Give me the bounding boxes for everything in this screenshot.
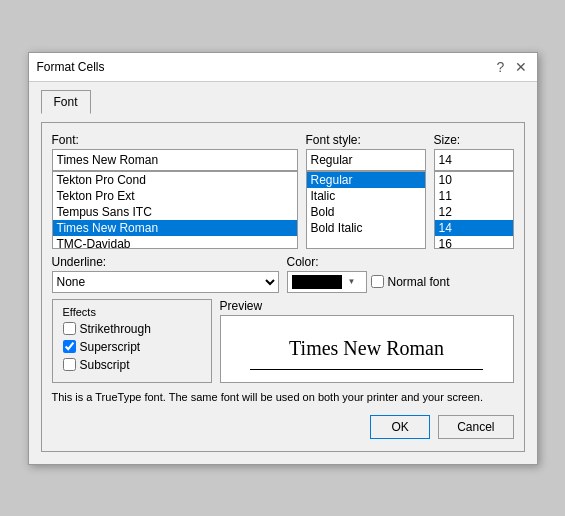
list-item[interactable]: Tekton Pro Ext [53,188,297,204]
subscript-checkbox[interactable] [63,358,76,371]
size-column: Size: 10 11 12 14 16 18 [434,133,514,249]
list-item-selected[interactable]: 14 [435,220,513,236]
normal-font-label: Normal font [388,275,450,289]
underline-label: Underline: [52,255,279,269]
font-column: Font: Tekton Pro Cond Tekton Pro Ext Tem… [52,133,298,249]
superscript-label: Superscript [80,340,141,354]
color-dropdown-arrow-icon: ▼ [346,275,358,288]
strikethrough-checkbox[interactable] [63,322,76,335]
help-button[interactable]: ? [493,59,509,75]
list-item[interactable]: TMC-Davidab [53,236,297,249]
underline-color-row: Underline: None Single Double Single Acc… [52,255,514,293]
underline-dropdown[interactable]: None Single Double Single Accounting Dou… [52,271,279,293]
preview-underline-line [250,369,484,370]
subscript-row: Subscript [63,358,201,372]
list-item[interactable]: Bold Italic [307,220,425,236]
underline-column: Underline: None Single Double Single Acc… [52,255,279,293]
effects-section: Effects Strikethrough Superscript Subscr… [52,299,212,383]
dialog-title: Format Cells [37,60,105,74]
preview-box: Times New Roman [220,315,514,383]
tab-font[interactable]: Font [41,90,91,114]
size-label: Size: [434,133,514,147]
tab-content-font: Font: Tekton Pro Cond Tekton Pro Ext Tem… [41,122,525,452]
font-list[interactable]: Tekton Pro Cond Tekton Pro Ext Tempus Sa… [52,171,298,249]
superscript-checkbox[interactable] [63,340,76,353]
dialog-body: Font Font: Tekton Pro Cond Tekton Pro Ex… [29,82,537,464]
tab-bar: Font [41,90,525,114]
cancel-button[interactable]: Cancel [438,415,513,439]
format-cells-dialog: Format Cells ? ✕ Font Font: Tekton Pro C… [28,52,538,465]
style-label: Font style: [306,133,426,147]
list-item[interactable]: Tekton Pro Cond [53,172,297,188]
close-button[interactable]: ✕ [513,59,529,75]
strikethrough-label: Strikethrough [80,322,151,336]
size-input[interactable] [434,149,514,171]
size-list[interactable]: 10 11 12 14 16 18 [434,171,514,249]
preview-text: Times New Roman [289,337,444,360]
color-column: Color: ▼ Normal font [287,255,514,293]
style-column: Font style: Regular Italic Bold Bold Ita… [306,133,426,249]
style-input[interactable] [306,149,426,171]
list-item[interactable]: 11 [435,188,513,204]
list-item[interactable]: Tempus Sans ITC [53,204,297,220]
strikethrough-row: Strikethrough [63,322,201,336]
list-item[interactable]: Italic [307,188,425,204]
style-list[interactable]: Regular Italic Bold Bold Italic [306,171,426,249]
color-swatch [292,275,342,289]
normal-font-checkbox-row: Normal font [371,275,450,289]
list-item[interactable]: Bold [307,204,425,220]
list-item[interactable]: 16 [435,236,513,249]
list-item-selected[interactable]: Regular [307,172,425,188]
color-picker-button[interactable]: ▼ [287,271,367,293]
preview-section: Preview Times New Roman [220,299,514,383]
font-style-size-row: Font: Tekton Pro Cond Tekton Pro Ext Tem… [52,133,514,249]
list-item[interactable]: 10 [435,172,513,188]
superscript-row: Superscript [63,340,201,354]
list-item-selected[interactable]: Times New Roman [53,220,297,236]
color-label: Color: [287,255,514,269]
title-bar: Format Cells ? ✕ [29,53,537,82]
effects-preview-row: Effects Strikethrough Superscript Subscr… [52,299,514,383]
effects-box: Effects Strikethrough Superscript Subscr… [52,299,212,383]
subscript-label: Subscript [80,358,130,372]
effects-title: Effects [63,306,201,318]
info-text: This is a TrueType font. The same font w… [52,391,514,403]
title-bar-controls: ? ✕ [493,59,529,75]
ok-button[interactable]: OK [370,415,430,439]
color-row: ▼ Normal font [287,271,514,293]
preview-label: Preview [220,299,514,313]
normal-font-checkbox[interactable] [371,275,384,288]
dialog-footer: OK Cancel [52,411,514,441]
font-input[interactable] [52,149,298,171]
font-label: Font: [52,133,298,147]
list-item[interactable]: 12 [435,204,513,220]
